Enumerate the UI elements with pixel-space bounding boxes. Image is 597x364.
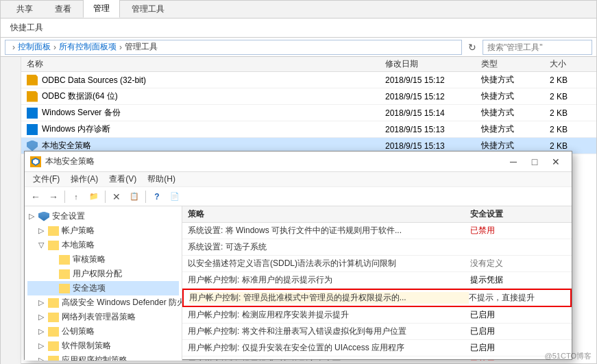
refresh-button[interactable]: ↻ [465,40,480,55]
tab-view[interactable]: 查看 [45,0,82,18]
file-size: 2 KB [550,75,591,85]
maximize-button[interactable]: □ [524,152,545,171]
policy-row[interactable]: 以安全描述符定义语言(SDDL)语法表示的计算机访问限制 没有定义 [182,256,572,272]
toolbar-separator-3 [145,191,146,203]
folder-icon [48,356,59,361]
policy-name: 用户帐户控制: 检测应用程序安装并提示提升 [188,309,470,321]
file-type: 快捷方式 [481,123,550,135]
file-type: 快捷方式 [481,140,550,151]
tree-item-software[interactable]: ▷ 软件限制策略 [27,339,179,353]
tree-expand-software: ▷ [38,341,48,350]
tab-manage[interactable]: 管理 [83,0,120,18]
policy-setting: 提示凭据 [470,274,566,286]
col-date[interactable]: 修改日期 [385,58,481,70]
watermark: @51CTO博客 [545,351,592,361]
file-size: 2 KB [550,141,591,151]
lsp-title-icon [30,156,41,167]
close-button[interactable]: ✕ [546,152,566,171]
breadcrumb-all-items[interactable]: 所有控制面板项 [59,41,117,53]
help-button[interactable]: ? [149,189,165,204]
file-name-text: ODBC Data Sources (32-bit) [42,75,146,85]
menu-help[interactable]: 帮助(H) [142,172,181,186]
policy-row[interactable]: 用户帐户控制: 将文件和注册表写入错误虚拟化到每用户位置 已启用 [182,324,572,340]
search-input[interactable] [487,43,587,52]
shield-icon [38,212,49,221]
folder-icon [48,327,59,337]
tab-share[interactable]: 共享 [6,0,43,18]
table-row[interactable]: Windows 内存诊断 2018/9/15 15:13 快捷方式 2 KB [21,121,596,138]
tree-item-security[interactable]: ▷ 安全设置 [27,209,179,223]
tree-item-network-list[interactable]: ▷ 网络列表管理器策略 [27,310,179,324]
policy-setting: 不提示，直接提升 [469,292,565,304]
policy-row-highlighted[interactable]: 用户帐户控制: 管理员批准模式中管理员的提升权限提示的... 不提示，直接提升 [182,289,572,307]
lsp-main: ▷ 安全设置 ▷ 帐户策略 ▽ 本地策略 审核策略 [25,206,572,361]
address-path[interactable]: › 控制面板 › 所有控制面板项 › 管理工具 [5,40,462,55]
policy-name: 系统设置: 将 Windows 可执行文件中的证书规则用于软件... [188,225,470,236]
tree-label: 审核策略 [73,254,106,265]
tree-item-user-rights[interactable]: 用户权限分配 [27,267,179,281]
file-name-text: Windows 内存诊断 [42,123,110,135]
up-button[interactable]: ↑ [68,189,84,204]
folder-button[interactable]: 📁 [86,189,102,204]
policy-row[interactable]: 用户帐户控制: 仅提升安装在安全位置的 UIAccess 应用程序 已启用 [182,340,572,356]
properties-button[interactable]: 📋 [126,189,143,204]
lsp-window: 本地安全策略 ─ □ ✕ 文件(F) 操作(A) 查看(V) 帮助(H) ← →… [24,151,572,360]
menu-file[interactable]: 文件(F) [27,172,65,186]
tree-item-audit[interactable]: 审核策略 [27,252,179,267]
policy-row[interactable]: 用户帐户控制: 标准用户的提示提示行为 提示凭据 [182,272,572,289]
file-name-text: ODBC 数据源(64 位) [42,90,118,102]
folder-icon [59,284,70,293]
policy-row[interactable]: 用户帐户控制: 提示提升时切换到安全桌面 已禁用 [182,356,572,361]
file-name-text: 本地安全策略 [42,140,91,151]
breadcrumb-control-panel[interactable]: 控制面板 [18,41,51,53]
breadcrumb-arrow: › [12,43,15,52]
back-button[interactable]: ← [27,189,44,204]
tree-label: 应用程序控制策略 [62,354,127,361]
breadcrumb-sep-2: › [119,43,122,52]
file-date: 2018/9/15 15:13 [385,141,481,151]
tree-item-app-control[interactable]: ▷ 应用程序控制策略 [27,353,179,361]
col-setting: 安全设置 [470,208,566,220]
table-row[interactable]: Windows Server 备份 2018/9/15 15:14 快捷方式 2… [21,105,596,121]
file-date: 2018/9/15 15:13 [385,125,481,134]
search-box[interactable] [483,40,592,55]
table-row[interactable]: ODBC 数据源(64 位) 2018/9/15 15:12 快捷方式 2 KB [21,88,596,105]
policy-row[interactable]: 系统设置: 将 Windows 可执行文件中的证书规则用于软件... 已禁用 [182,223,572,239]
ribbon-tabs: 共享 查看 管理 管理工具 [1,1,596,19]
file-icon-winbak [27,108,38,119]
export-button[interactable]: 📄 [167,189,183,204]
tree-item-local-policy[interactable]: ▽ 本地策略 [27,238,179,252]
tree-expand-pubkey: ▷ [38,327,48,336]
tab-manage-tools[interactable]: 管理工具 [121,0,175,18]
menu-action[interactable]: 操作(A) [65,172,103,186]
minimize-button[interactable]: ─ [503,152,524,171]
col-size[interactable]: 大小 [550,58,591,70]
menu-view[interactable]: 查看(V) [103,172,142,186]
toolbar-shortcut-tools[interactable]: 快捷工具 [6,21,47,35]
policy-name: 用户帐户控制: 仅提升安装在安全位置的 UIAccess 应用程序 [188,342,470,354]
table-row[interactable]: ODBC Data Sources (32-bit) 2018/9/15 15:… [21,72,596,88]
policy-setting: 没有定义 [470,258,566,269]
tree-item-pubkey[interactable]: ▷ 公钥策略 [27,324,179,339]
folder-icon [48,241,59,250]
file-type: 快捷方式 [481,74,550,86]
tree-label: 软件限制策略 [62,340,111,352]
policy-setting: 已启用 [470,326,566,337]
tree-item-defender[interactable]: ▷ 高级安全 Windows Defender 防火... [27,295,179,310]
col-type[interactable]: 类型 [481,58,550,70]
policy-row[interactable]: 用户帐户控制: 检测应用程序安装并提示提升 已启用 [182,307,572,324]
file-size: 2 KB [550,108,591,118]
forward-button[interactable]: → [45,189,62,204]
policy-row[interactable]: 系统设置: 可选子系统 [182,239,572,256]
breadcrumb-current: 管理工具 [125,41,158,53]
col-name[interactable]: 名称 [27,58,385,70]
tree-item-security-options[interactable]: 安全选项 [27,281,179,295]
delete-button[interactable]: ✕ [108,189,125,204]
tree-item-account-policy[interactable]: ▷ 帐户策略 [27,223,179,238]
lsp-content: 策略 安全设置 系统设置: 将 Windows 可执行文件中的证书规则用于软件.… [182,206,572,361]
tree-label: 帐户策略 [62,225,95,236]
lsp-title-text: 本地安全策略 [45,156,503,167]
window-controls: ─ □ ✕ [503,152,566,171]
policy-name: 用户帐户控制: 标准用户的提示提示行为 [188,274,470,286]
tree-label: 用户权限分配 [73,268,122,280]
